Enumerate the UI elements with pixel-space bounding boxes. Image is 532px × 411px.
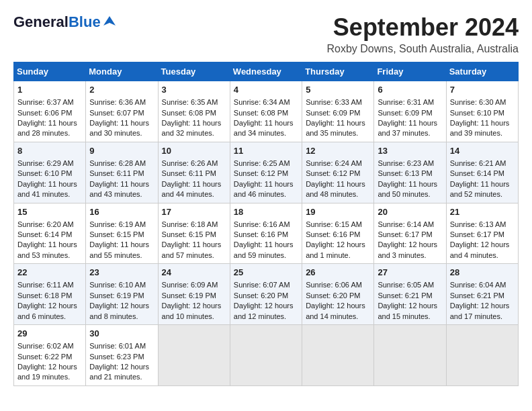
day-number: 3 [162, 84, 226, 96]
calendar-week-row: 15Sunrise: 6:20 AMSunset: 6:14 PMDayligh… [14, 203, 519, 264]
sunrise-text: Sunrise: 6:09 AM [162, 280, 226, 290]
sunset-text: Sunset: 6:17 PM [378, 230, 442, 240]
table-row [302, 325, 374, 386]
sunset-text: Sunset: 6:14 PM [17, 230, 82, 240]
sunrise-text: Sunrise: 6:16 AM [234, 220, 298, 230]
day-number: 19 [306, 206, 370, 218]
daylight-text: Daylight: 11 hours and 59 minutes. [234, 240, 298, 261]
day-number: 18 [234, 206, 298, 218]
sunset-text: Sunset: 6:18 PM [17, 291, 82, 301]
table-row: 14Sunrise: 6:21 AMSunset: 6:14 PMDayligh… [446, 142, 518, 203]
table-row: 12Sunrise: 6:24 AMSunset: 6:12 PMDayligh… [302, 142, 374, 203]
table-row: 16Sunrise: 6:19 AMSunset: 6:15 PMDayligh… [86, 203, 158, 264]
calendar-week-row: 29Sunrise: 6:02 AMSunset: 6:22 PMDayligh… [14, 325, 519, 386]
day-number: 23 [89, 267, 154, 279]
sunrise-text: Sunrise: 6:05 AM [378, 280, 442, 290]
table-row: 1Sunrise: 6:37 AMSunset: 6:06 PMDaylight… [14, 81, 86, 142]
table-row: 17Sunrise: 6:18 AMSunset: 6:15 PMDayligh… [158, 203, 230, 264]
table-row: 10Sunrise: 6:26 AMSunset: 6:11 PMDayligh… [158, 142, 230, 203]
daylight-text: Daylight: 11 hours and 35 minutes. [306, 118, 370, 139]
sunrise-text: Sunrise: 6:28 AM [89, 158, 154, 169]
sunset-text: Sunset: 6:21 PM [450, 291, 515, 301]
table-row: 23Sunrise: 6:10 AMSunset: 6:19 PMDayligh… [86, 264, 158, 325]
table-row: 19Sunrise: 6:15 AMSunset: 6:16 PMDayligh… [302, 203, 374, 264]
day-number: 30 [89, 328, 154, 340]
col-thursday: Thursday [302, 62, 374, 81]
day-number: 9 [89, 145, 154, 157]
table-row: 2Sunrise: 6:36 AMSunset: 6:07 PMDaylight… [86, 81, 158, 142]
day-number: 21 [450, 206, 515, 218]
table-row: 29Sunrise: 6:02 AMSunset: 6:22 PMDayligh… [14, 325, 86, 386]
day-number: 17 [162, 206, 226, 218]
sunrise-text: Sunrise: 6:36 AM [89, 97, 154, 107]
day-number: 8 [17, 145, 82, 157]
daylight-text: Daylight: 11 hours and 39 minutes. [450, 118, 515, 139]
sunset-text: Sunset: 6:09 PM [378, 108, 442, 118]
daylight-text: Daylight: 12 hours and 15 minutes. [378, 301, 442, 322]
sunset-text: Sunset: 6:19 PM [89, 291, 154, 301]
sunset-text: Sunset: 6:07 PM [89, 108, 154, 118]
daylight-text: Daylight: 11 hours and 41 minutes. [17, 179, 82, 200]
table-row: 18Sunrise: 6:16 AMSunset: 6:16 PMDayligh… [230, 203, 302, 264]
table-row: 27Sunrise: 6:05 AMSunset: 6:21 PMDayligh… [374, 264, 446, 325]
daylight-text: Daylight: 11 hours and 34 minutes. [234, 118, 298, 139]
sunset-text: Sunset: 6:15 PM [89, 230, 154, 240]
daylight-text: Daylight: 12 hours and 1 minute. [306, 240, 370, 261]
calendar-week-row: 8Sunrise: 6:29 AMSunset: 6:10 PMDaylight… [14, 142, 519, 203]
day-number: 1 [17, 84, 82, 96]
daylight-text: Daylight: 11 hours and 32 minutes. [162, 118, 226, 139]
sunrise-text: Sunrise: 6:33 AM [306, 97, 370, 107]
day-number: 11 [234, 145, 298, 157]
daylight-text: Daylight: 11 hours and 50 minutes. [378, 179, 442, 200]
daylight-text: Daylight: 11 hours and 53 minutes. [17, 240, 82, 261]
sunset-text: Sunset: 6:16 PM [234, 230, 298, 240]
table-row: 24Sunrise: 6:09 AMSunset: 6:19 PMDayligh… [158, 264, 230, 325]
daylight-text: Daylight: 11 hours and 48 minutes. [306, 179, 370, 200]
daylight-text: Daylight: 11 hours and 52 minutes. [450, 179, 515, 200]
month-title: September 2024 [327, 13, 519, 42]
table-row [446, 325, 518, 386]
sunset-text: Sunset: 6:13 PM [378, 169, 442, 179]
col-saturday: Saturday [446, 62, 518, 81]
daylight-text: Daylight: 12 hours and 8 minutes. [89, 301, 154, 322]
table-row [158, 325, 230, 386]
table-row: 3Sunrise: 6:35 AMSunset: 6:08 PMDaylight… [158, 81, 230, 142]
sunrise-text: Sunrise: 6:11 AM [17, 280, 82, 290]
sunrise-text: Sunrise: 6:35 AM [162, 97, 226, 107]
table-row: 9Sunrise: 6:28 AMSunset: 6:11 PMDaylight… [86, 142, 158, 203]
page-header: GeneralBlue September 2024 Roxby Downs, … [13, 13, 519, 55]
sunrise-text: Sunrise: 6:24 AM [306, 158, 370, 169]
daylight-text: Daylight: 12 hours and 14 minutes. [306, 301, 370, 322]
sunset-text: Sunset: 6:11 PM [89, 169, 154, 179]
svg-marker-0 [103, 16, 116, 26]
daylight-text: Daylight: 12 hours and 4 minutes. [450, 240, 515, 261]
sunrise-text: Sunrise: 6:18 AM [162, 220, 226, 230]
table-row: 13Sunrise: 6:23 AMSunset: 6:13 PMDayligh… [374, 142, 446, 203]
sunrise-text: Sunrise: 6:20 AM [17, 220, 82, 230]
table-row: 4Sunrise: 6:34 AMSunset: 6:08 PMDaylight… [230, 81, 302, 142]
sunset-text: Sunset: 6:22 PM [17, 352, 82, 362]
daylight-text: Daylight: 11 hours and 28 minutes. [17, 118, 82, 139]
day-number: 22 [17, 267, 82, 279]
sunrise-text: Sunrise: 6:07 AM [234, 280, 298, 290]
day-number: 4 [234, 84, 298, 96]
table-row: 15Sunrise: 6:20 AMSunset: 6:14 PMDayligh… [14, 203, 86, 264]
sunset-text: Sunset: 6:17 PM [450, 230, 515, 240]
sunrise-text: Sunrise: 6:13 AM [450, 220, 515, 230]
sunrise-text: Sunrise: 6:21 AM [450, 158, 515, 169]
daylight-text: Daylight: 11 hours and 30 minutes. [89, 118, 154, 139]
table-row: 22Sunrise: 6:11 AMSunset: 6:18 PMDayligh… [14, 264, 86, 325]
sunset-text: Sunset: 6:23 PM [89, 352, 154, 362]
sunset-text: Sunset: 6:06 PM [17, 108, 82, 118]
day-number: 6 [378, 84, 442, 96]
day-number: 5 [306, 84, 370, 96]
table-row [230, 325, 302, 386]
table-row: 20Sunrise: 6:14 AMSunset: 6:17 PMDayligh… [374, 203, 446, 264]
sunset-text: Sunset: 6:12 PM [234, 169, 298, 179]
daylight-text: Daylight: 11 hours and 44 minutes. [162, 179, 226, 200]
col-wednesday: Wednesday [230, 62, 302, 81]
col-monday: Monday [86, 62, 158, 81]
day-number: 16 [89, 206, 154, 218]
day-number: 26 [306, 267, 370, 279]
sunrise-text: Sunrise: 6:30 AM [450, 97, 515, 107]
